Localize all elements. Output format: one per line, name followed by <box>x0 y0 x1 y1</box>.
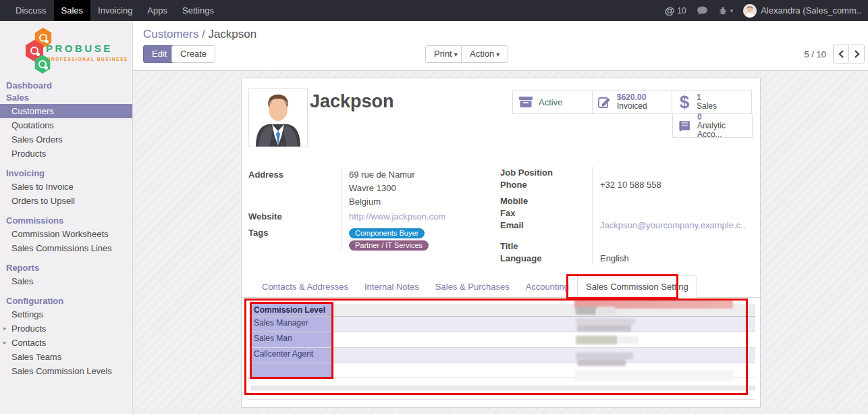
sidebar-item-label: Products <box>11 324 46 334</box>
mentions-counter[interactable]: @ 10 <box>665 5 686 16</box>
invoiced-stat-button[interactable]: $620.00 Invoiced <box>592 90 672 114</box>
chevron-down-icon: ▾ <box>730 7 734 14</box>
email-link[interactable]: Jackpson@yourcompany.example.c.. <box>600 220 745 230</box>
table-row[interactable]: Sales Man <box>251 332 755 348</box>
table-row[interactable]: Callcenter Agent <box>251 348 755 363</box>
tab-contacts-addresses[interactable]: Contacts & Addresses <box>254 276 356 297</box>
page-title: Jackpson <box>310 91 394 112</box>
redacted-cell <box>577 359 626 366</box>
content-background: Jackpson Active <box>133 71 868 414</box>
phone-value: +32 10 588 558 <box>600 179 755 193</box>
sidebar-item-config-contacts[interactable]: ▸Contacts <box>0 336 132 350</box>
active-archive-button[interactable]: Active <box>512 90 593 114</box>
commission-table: Commission Level Sales Manager Sales Man… <box>251 304 755 378</box>
sidebar-item-sales-commission-levels[interactable]: Sales Commission Levels <box>0 364 132 378</box>
tag-components-buyer[interactable]: Components Buyer <box>349 228 425 238</box>
expand-arrow-icon[interactable]: ▸ <box>3 336 7 350</box>
main-area: Customers / Jackpson Edit Create Print▾ … <box>133 21 868 414</box>
sidebar-item-sales-to-invoice[interactable]: Sales to Invoice <box>0 180 132 194</box>
analytic-label: Analytic Acco... <box>697 122 752 139</box>
mobile-label: Mobile <box>500 195 592 207</box>
action-dropdown-button[interactable]: Action▾ <box>461 45 508 63</box>
sidebar-item-customers[interactable]: Customers <box>0 104 132 118</box>
website-link[interactable]: http://www.jackpson.com <box>349 211 445 222</box>
redacted-cell <box>576 336 618 344</box>
expand-arrow-icon[interactable]: ▸ <box>3 321 7 336</box>
sidebar-section-configuration[interactable]: Configuration <box>0 295 132 307</box>
debug-menu[interactable]: ▾ <box>718 6 734 16</box>
sidebar-section-sales[interactable]: Sales <box>0 92 132 104</box>
systray: @ 10 ▾ <box>665 0 868 21</box>
mobile-value <box>600 195 755 207</box>
menu-invoicing[interactable]: Invoicing <box>90 0 140 21</box>
pager-next-button[interactable] <box>848 45 865 63</box>
redacted-cell <box>597 307 616 315</box>
commission-level-header[interactable]: Commission Level <box>251 304 333 316</box>
sidebar-item-quotations[interactable]: Quotations <box>0 118 132 132</box>
redacted-cell <box>577 325 631 332</box>
sidebar-item-orders-to-upsell[interactable]: Orders to Upsell <box>0 194 132 208</box>
chevron-down-icon: ▾ <box>454 51 458 58</box>
pencil-edit-icon <box>598 96 612 108</box>
sidebar: PROBUSE PROFESSIONAL BUSINESS Dashboard … <box>0 21 133 414</box>
tab-accounting[interactable]: Accounting <box>518 276 577 297</box>
sidebar-section-invoicing[interactable]: Invoicing <box>0 167 132 180</box>
menu-sales[interactable]: Sales <box>54 0 91 21</box>
menu-apps[interactable]: Apps <box>140 0 175 21</box>
breadcrumb-customers[interactable]: Customers <box>143 28 198 41</box>
redacted-cell <box>576 353 633 359</box>
chevron-down-icon: ▾ <box>496 51 499 58</box>
tab-sales-purchases[interactable]: Sales & Purchases <box>427 276 518 297</box>
sales-label: Sales <box>697 102 717 111</box>
sales-stat-button[interactable]: $ 1 Sales <box>672 90 752 114</box>
job-position-label: Job Position <box>500 167 592 179</box>
sidebar-section-commissions[interactable]: Commissions <box>0 215 132 227</box>
sidebar-item-sales-commissions-lines[interactable]: Sales Commissions Lines <box>0 241 132 255</box>
tag-partner-it-services[interactable]: Partner / IT Services <box>349 240 429 251</box>
sidebar-item-label: Contacts <box>11 338 46 348</box>
redacted-cell <box>576 318 635 325</box>
sidebar-item-products[interactable]: Products <box>0 147 132 161</box>
archive-box-icon <box>518 96 533 108</box>
sidebar-item-sales-teams[interactable]: Sales Teams <box>0 350 132 364</box>
tab-sales-commission-setting[interactable]: Sales Commission Setting <box>577 276 697 298</box>
sidebar-item-dashboard[interactable]: Dashboard <box>0 80 132 92</box>
commission-level-cell[interactable]: Sales Man <box>251 332 333 347</box>
table-row[interactable]: Sales Manager <box>251 317 755 332</box>
customer-photo[interactable] <box>248 88 308 147</box>
sidebar-item-config-products[interactable]: ▸Products <box>0 321 132 336</box>
create-button[interactable]: Create <box>171 45 215 63</box>
mention-count: 10 <box>677 6 686 16</box>
control-panel: Customers / Jackpson Edit Create Print▾ … <box>133 21 868 71</box>
commission-level-cell[interactable]: Sales Manager <box>251 317 333 332</box>
title-value <box>600 240 755 253</box>
commission-level-cell[interactable]: Callcenter Agent <box>251 348 333 363</box>
chevron-left-icon <box>838 50 844 58</box>
tags-label: Tags <box>248 226 341 240</box>
address-label: Address <box>248 168 341 210</box>
redacted-cell <box>618 336 639 344</box>
breadcrumb-separator: / <box>202 28 205 41</box>
phone-label: Phone <box>500 179 592 193</box>
sidebar-item-config-settings[interactable]: Settings <box>0 307 132 321</box>
print-dropdown-button[interactable]: Print▾ <box>425 45 466 63</box>
sidebar-section-reports[interactable]: Reports <box>0 262 132 274</box>
chat-bubble-icon <box>697 6 708 16</box>
sidebar-item-reports-sales[interactable]: Sales <box>0 274 132 288</box>
sidebar-item-sales-orders[interactable]: Sales Orders <box>0 132 132 147</box>
horizontal-scrollbar[interactable] <box>251 386 755 390</box>
fax-label: Fax <box>500 207 592 219</box>
pager-previous-button[interactable] <box>833 45 849 63</box>
sidebar-nav: Dashboard Sales Customers Quotations Sal… <box>0 80 132 378</box>
menu-settings[interactable]: Settings <box>175 0 221 21</box>
app-menus: Discuss Sales Invoicing Apps Settings <box>0 0 221 21</box>
chat-button[interactable] <box>697 6 708 16</box>
user-menu[interactable]: Alexandra (Sales_comm.. <box>743 4 861 18</box>
analytic-accounts-stat-button[interactable]: 0 Analytic Acco... <box>672 113 753 138</box>
tab-internal-notes[interactable]: Internal Notes <box>356 276 427 297</box>
logo-title: PROBUSE <box>46 43 113 54</box>
address-city: Wavre 1300 <box>349 182 477 195</box>
sidebar-item-commission-worksheets[interactable]: Commission Worksheets <box>0 227 132 241</box>
analytic-count: 0 <box>697 113 752 122</box>
menu-discuss[interactable]: Discuss <box>8 0 54 21</box>
